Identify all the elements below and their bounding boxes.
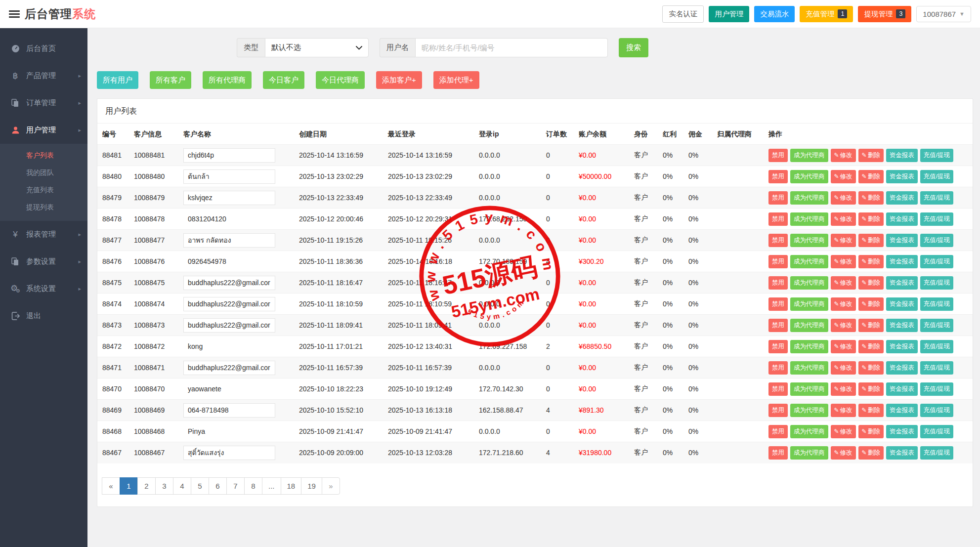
quick-filter-button[interactable]: 所有代理商	[203, 71, 252, 89]
row-action-button[interactable]: 资金报表	[886, 446, 918, 460]
customer-name-input[interactable]	[183, 339, 275, 354]
row-action-button[interactable]: 资金报表	[886, 404, 918, 417]
recharge-manage-button[interactable]: 充值管理1	[800, 6, 853, 22]
row-action-button[interactable]: ✎ 删除	[858, 446, 884, 460]
trade-flow-button[interactable]: 交易流水	[754, 6, 795, 22]
customer-name-input[interactable]	[183, 424, 275, 439]
row-action-button[interactable]: 充值/提现	[920, 149, 953, 162]
submenu-item-my-team[interactable]: 我的团队	[0, 164, 87, 181]
hamburger-menu-icon[interactable]	[9, 9, 20, 19]
row-action-button[interactable]: ✎ 删除	[858, 404, 884, 417]
row-action-button[interactable]: 充值/提现	[920, 446, 953, 460]
row-action-button[interactable]: ✎ 修改	[831, 340, 856, 353]
row-action-button[interactable]: 成为代理商	[790, 382, 828, 396]
row-action-button[interactable]: 充值/提现	[920, 340, 953, 353]
sidebar-item-orders[interactable]: 订单管理 ▸	[0, 89, 87, 117]
row-action-button[interactable]: 资金报表	[886, 276, 918, 290]
customer-name-input[interactable]	[183, 254, 275, 269]
customer-name-input[interactable]	[183, 297, 275, 311]
page-button[interactable]: 1	[120, 477, 138, 495]
row-action-button[interactable]: ✎ 删除	[858, 340, 884, 353]
row-action-button[interactable]: ✎ 修改	[831, 149, 856, 162]
quick-filter-button[interactable]: 今日代理商	[316, 71, 365, 89]
row-action-button[interactable]: 资金报表	[886, 212, 918, 226]
row-action-button[interactable]: 禁用	[768, 170, 788, 183]
row-action-button[interactable]: ✎ 修改	[831, 404, 856, 417]
row-action-button[interactable]: 禁用	[768, 404, 788, 417]
customer-name-input[interactable]	[183, 276, 275, 290]
row-action-button[interactable]: 充值/提现	[920, 170, 953, 183]
row-action-button[interactable]: 成为代理商	[790, 340, 828, 353]
row-action-button[interactable]: 禁用	[768, 255, 788, 268]
row-action-button[interactable]: 资金报表	[886, 255, 918, 268]
row-action-button[interactable]: ✎ 修改	[831, 297, 856, 311]
page-button[interactable]: 7	[226, 477, 245, 495]
sidebar-item-dashboard[interactable]: 后台首页	[0, 35, 87, 62]
row-action-button[interactable]: 资金报表	[886, 425, 918, 438]
row-action-button[interactable]: 禁用	[768, 425, 788, 438]
row-action-button[interactable]: 禁用	[768, 212, 788, 226]
row-action-button[interactable]: 充值/提现	[920, 382, 953, 396]
customer-name-input[interactable]	[183, 233, 275, 248]
row-action-button[interactable]: 成为代理商	[790, 404, 828, 417]
row-action-button[interactable]: ✎ 修改	[831, 255, 856, 268]
page-button[interactable]: »	[322, 477, 340, 495]
withdraw-manage-button[interactable]: 提现管理3	[858, 6, 911, 22]
row-action-button[interactable]: 成为代理商	[790, 319, 828, 332]
realname-auth-button[interactable]: 实名认证	[662, 5, 704, 23]
row-action-button[interactable]: ✎ 删除	[858, 170, 884, 183]
page-button[interactable]: 5	[191, 477, 209, 495]
sidebar-item-products[interactable]: ฿ 产品管理 ▸	[0, 62, 87, 89]
customer-name-input[interactable]	[183, 382, 275, 396]
customer-name-input[interactable]	[183, 361, 275, 375]
row-action-button[interactable]: ✎ 修改	[831, 234, 856, 247]
row-action-button[interactable]: 充值/提现	[920, 297, 953, 311]
page-button[interactable]: 6	[209, 477, 227, 495]
page-button[interactable]: 3	[155, 477, 173, 495]
row-action-button[interactable]: ✎ 删除	[858, 191, 884, 205]
row-action-button[interactable]: 禁用	[768, 276, 788, 290]
customer-name-input[interactable]	[183, 169, 275, 184]
page-button[interactable]: 4	[173, 477, 191, 495]
quick-filter-button[interactable]: 所有用户	[97, 71, 138, 89]
row-action-button[interactable]: 资金报表	[886, 297, 918, 311]
search-button[interactable]: 搜索	[619, 38, 648, 57]
row-action-button[interactable]: 禁用	[768, 382, 788, 396]
customer-name-input[interactable]	[183, 148, 275, 163]
row-action-button[interactable]: ✎ 删除	[858, 149, 884, 162]
page-button[interactable]: «	[102, 477, 120, 495]
row-action-button[interactable]: ✎ 修改	[831, 425, 856, 438]
page-button[interactable]: 2	[137, 477, 156, 495]
row-action-button[interactable]: ✎ 删除	[858, 212, 884, 226]
row-action-button[interactable]: ✎ 删除	[858, 319, 884, 332]
row-action-button[interactable]: 禁用	[768, 149, 788, 162]
customer-name-input[interactable]	[183, 212, 275, 226]
sidebar-item-users[interactable]: 用户管理 ▸	[0, 117, 87, 144]
page-button[interactable]: ...	[262, 477, 281, 495]
row-action-button[interactable]: 充值/提现	[920, 255, 953, 268]
quick-filter-button[interactable]: 添加客户+	[376, 71, 422, 89]
row-action-button[interactable]: 充值/提现	[920, 234, 953, 247]
row-action-button[interactable]: 充值/提现	[920, 276, 953, 290]
row-action-button[interactable]: 资金报表	[886, 149, 918, 162]
quick-filter-button[interactable]: 今日客户	[263, 71, 304, 89]
row-action-button[interactable]: ✎ 修改	[831, 191, 856, 205]
row-action-button[interactable]: 充值/提现	[920, 425, 953, 438]
row-action-button[interactable]: ✎ 删除	[858, 276, 884, 290]
row-action-button[interactable]: 成为代理商	[790, 446, 828, 460]
row-action-button[interactable]: 成为代理商	[790, 170, 828, 183]
row-action-button[interactable]: ✎ 修改	[831, 319, 856, 332]
type-select[interactable]: 默认不选	[265, 38, 369, 57]
row-action-button[interactable]: ✎ 删除	[858, 425, 884, 438]
sidebar-item-logout[interactable]: 退出	[0, 302, 87, 330]
sidebar-item-parameters[interactable]: 参数设置 ▸	[0, 248, 87, 275]
row-action-button[interactable]: 资金报表	[886, 191, 918, 205]
row-action-button[interactable]: ✎ 修改	[831, 382, 856, 396]
row-action-button[interactable]: 资金报表	[886, 382, 918, 396]
row-action-button[interactable]: ✎ 修改	[831, 446, 856, 460]
row-action-button[interactable]: 成为代理商	[790, 297, 828, 311]
username-input[interactable]	[415, 38, 608, 57]
row-action-button[interactable]: 禁用	[768, 234, 788, 247]
sidebar-item-reports[interactable]: ¥ 报表管理 ▸	[0, 221, 87, 248]
row-action-button[interactable]: ✎ 修改	[831, 276, 856, 290]
